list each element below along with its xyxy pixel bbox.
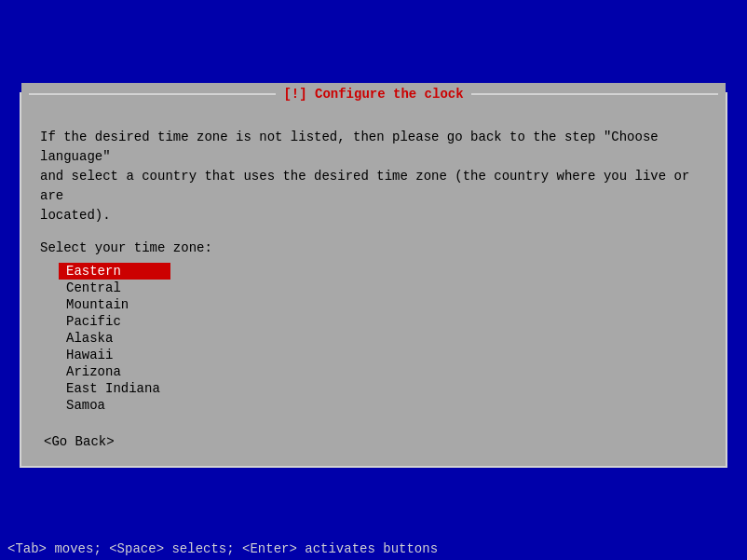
timezone-samoa[interactable]: Samoa bbox=[59, 397, 170, 414]
description-line3: located). bbox=[40, 206, 707, 225]
timezone-pacific[interactable]: Pacific bbox=[59, 313, 170, 330]
dialog-title: [!] Configure the clock bbox=[276, 87, 470, 102]
description: If the desired time zone is not listed, … bbox=[40, 128, 707, 225]
description-line1: If the desired time zone is not listed, … bbox=[40, 128, 707, 167]
title-bar-line-left bbox=[29, 93, 276, 95]
timezone-hawaii[interactable]: Hawaii bbox=[59, 347, 170, 363]
description-line2: and select a country that uses the desir… bbox=[40, 167, 707, 206]
status-bar: <Tab> moves; <Space> selects; <Enter> ac… bbox=[0, 538, 747, 560]
configure-clock-dialog: [!] Configure the clock If the desired t… bbox=[20, 92, 727, 468]
button-row: <Go Back> bbox=[40, 432, 707, 451]
title-bar: [!] Configure the clock bbox=[21, 83, 726, 105]
timezone-eastern[interactable]: Eastern bbox=[59, 263, 170, 280]
select-label: Select your time zone: bbox=[40, 240, 707, 255]
timezone-list: Eastern Central Mountain Pacific Alaska … bbox=[59, 263, 707, 414]
timezone-mountain[interactable]: Mountain bbox=[59, 296, 170, 313]
dialog-body: If the desired time zone is not listed, … bbox=[21, 116, 726, 466]
title-bar-line-right bbox=[471, 93, 718, 95]
timezone-arizona[interactable]: Arizona bbox=[59, 363, 170, 380]
timezone-central[interactable]: Central bbox=[59, 280, 170, 296]
go-back-button[interactable]: <Go Back> bbox=[40, 432, 118, 451]
timezone-east-indiana[interactable]: East Indiana bbox=[59, 380, 170, 397]
timezone-alaska[interactable]: Alaska bbox=[59, 330, 170, 347]
